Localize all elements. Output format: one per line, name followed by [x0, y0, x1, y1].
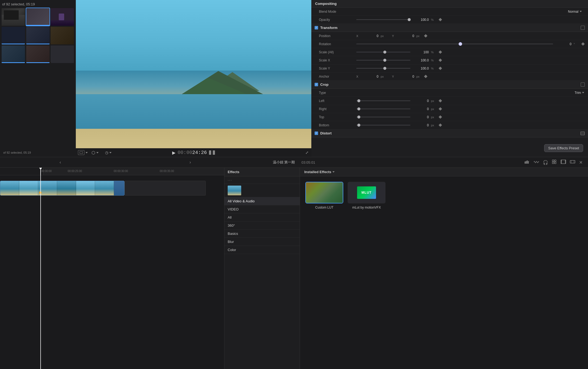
- transform-checkbox[interactable]: [315, 26, 318, 29]
- crop-bottom-row: Bottom 0 px: [311, 121, 588, 129]
- speed-tool-arrow[interactable]: [109, 152, 112, 153]
- save-effects-preset-button[interactable]: Save Effects Preset: [544, 144, 583, 152]
- media-thumb-3[interactable]: [51, 8, 74, 26]
- effects-category-color[interactable]: Color: [224, 246, 300, 254]
- opacity-value: 100.0: [413, 18, 429, 22]
- svg-rect-14: [561, 161, 562, 162]
- crop-left-slider[interactable]: [356, 100, 410, 101]
- effects-category-video[interactable]: VIDEO: [224, 205, 300, 213]
- scale-x-row: Scale X 100.0 %: [311, 56, 588, 64]
- opacity-keyframe[interactable]: [439, 18, 442, 21]
- anchor-x-axis: X: [356, 75, 360, 78]
- opacity-unit: %: [431, 18, 436, 21]
- clip-thumbnail-strip: [0, 181, 124, 195]
- media-thumb-8[interactable]: [26, 45, 50, 63]
- distort-title: Distort: [320, 131, 332, 135]
- clip-btn[interactable]: [570, 160, 575, 165]
- media-thumb-9[interactable]: [51, 45, 74, 63]
- distort-checkbox[interactable]: [315, 131, 318, 135]
- transform-icon[interactable]: [581, 26, 585, 30]
- scale-x-value[interactable]: 100.0: [413, 58, 429, 62]
- trim-tool-arrow[interactable]: [96, 152, 99, 153]
- svg-rect-18: [565, 163, 566, 163]
- scale-x-keyframe[interactable]: [439, 58, 442, 62]
- anchor-x-unit: px: [381, 75, 386, 78]
- crop-checkbox[interactable]: [315, 83, 318, 86]
- crop-top-value[interactable]: 0: [413, 115, 429, 119]
- ruler-empty: [0, 168, 43, 175]
- scale-all-keyframe[interactable]: [439, 50, 442, 54]
- position-y-value[interactable]: 0: [398, 34, 414, 38]
- speed-tool-btn[interactable]: ◷: [105, 150, 108, 155]
- clip-thumb-0: [0, 181, 19, 195]
- close-overlay-btn[interactable]: ✕: [579, 160, 583, 165]
- crop-top-keyframe[interactable]: [439, 115, 442, 119]
- media-thumb-4[interactable]: [2, 27, 25, 44]
- crop-right-slider[interactable]: [356, 108, 410, 109]
- effects-category-all-video-audio[interactable]: All Video & Audio: [224, 197, 300, 205]
- effects-thumb-row: [224, 184, 300, 197]
- effects-category-blur[interactable]: Blur: [224, 238, 300, 246]
- rotation-keyframe[interactable]: [581, 42, 585, 46]
- effects-category-basics[interactable]: Basics: [224, 230, 300, 238]
- crop-bottom-label: Bottom: [319, 123, 354, 127]
- scale-x-label: Scale X: [319, 58, 354, 62]
- media-thumb-5[interactable]: [26, 27, 50, 44]
- crop-right-keyframe[interactable]: [439, 107, 442, 111]
- scale-tool-btn[interactable]: [78, 150, 84, 155]
- svg-rect-9: [554, 160, 556, 162]
- fullscreen-button[interactable]: ⤢: [305, 150, 309, 155]
- opacity-slider[interactable]: [356, 19, 410, 20]
- rotation-slider[interactable]: [356, 44, 553, 44]
- anchor-keyframe[interactable]: [424, 75, 427, 78]
- anchor-x-value[interactable]: 0: [362, 75, 378, 78]
- main-clip[interactable]: 2018-02-17 160252: [0, 181, 125, 196]
- crop-right-unit: px: [431, 107, 436, 111]
- crop-bottom-slider[interactable]: [356, 125, 410, 126]
- media-thumb-7[interactable]: [2, 45, 25, 63]
- distort-icon[interactable]: [580, 131, 585, 135]
- crop-type-value[interactable]: Trim: [574, 91, 584, 95]
- waveform-btn[interactable]: [534, 160, 539, 165]
- scale-y-keyframe[interactable]: [439, 67, 442, 70]
- crop-left-keyframe[interactable]: [439, 99, 442, 103]
- crop-left-value[interactable]: 0: [413, 99, 429, 103]
- anchor-y-value[interactable]: 0: [398, 75, 414, 78]
- crop-bottom-value[interactable]: 0: [413, 123, 429, 127]
- crop-bottom-keyframe[interactable]: [439, 123, 442, 127]
- scale-x-slider[interactable]: [356, 60, 410, 61]
- scale-all-slider[interactable]: [356, 52, 410, 52]
- scale-tool-arrow[interactable]: [86, 152, 88, 153]
- crop-left-unit: px: [431, 99, 436, 103]
- scale-y-value[interactable]: 100.0: [413, 67, 429, 70]
- audio-levels-btn[interactable]: [524, 160, 530, 165]
- media-thumb-6[interactable]: [51, 27, 74, 44]
- film-btn[interactable]: [561, 160, 566, 165]
- grid-btn[interactable]: [552, 160, 557, 165]
- effect-card-mlut[interactable]: MLUT mLut by motionVFX: [348, 182, 386, 209]
- position-x-value[interactable]: 0: [362, 34, 378, 38]
- nav-next-button[interactable]: ›: [190, 160, 191, 165]
- scale-all-value[interactable]: 100: [413, 50, 429, 54]
- custom-lut-thumbnail: [305, 182, 343, 203]
- crop-icon[interactable]: [581, 83, 585, 87]
- crop-right-value[interactable]: 0: [413, 107, 429, 111]
- headphone-btn[interactable]: 🎧: [543, 160, 548, 165]
- position-keyframe[interactable]: [424, 34, 427, 38]
- effect-card-custom-lut[interactable]: Custom LUT: [305, 182, 343, 209]
- blend-mode-value[interactable]: Normal: [568, 10, 584, 14]
- trim-tool-btn[interactable]: ⬡: [92, 150, 95, 155]
- effects-category-all[interactable]: All: [224, 213, 300, 222]
- effects-overflow-menu[interactable]: ···: [224, 176, 300, 184]
- nav-prev-button[interactable]: ‹: [60, 160, 61, 165]
- scale-y-slider[interactable]: [356, 68, 410, 69]
- pause-controls: [209, 150, 215, 155]
- rotation-label: Rotation: [319, 42, 354, 46]
- media-thumb-2[interactable]: [26, 8, 50, 26]
- rotation-value[interactable]: 0: [555, 42, 571, 46]
- effects-category-360[interactable]: 360°: [224, 222, 300, 230]
- media-thumb-1[interactable]: [2, 8, 25, 26]
- play-button[interactable]: ▶: [172, 150, 175, 155]
- installed-effects-sort-arrow[interactable]: [332, 171, 335, 173]
- crop-top-slider[interactable]: [356, 117, 410, 117]
